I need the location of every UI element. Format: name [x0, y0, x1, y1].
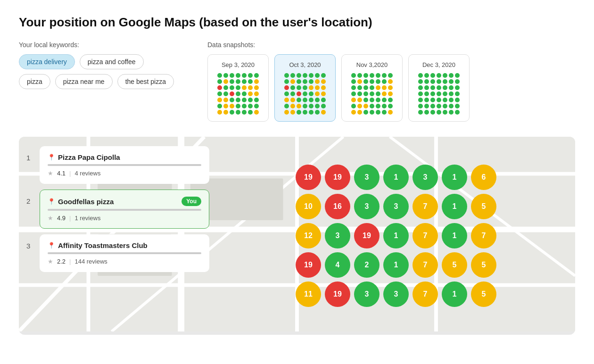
snapshot-dot [223, 110, 228, 115]
listing-card[interactable]: 📍Pizza Papa Cipolla★4.1|4 reviews [40, 146, 209, 184]
snapshot-dot [309, 73, 314, 78]
snapshot-dot [449, 110, 454, 115]
snapshot-dot [284, 98, 289, 102]
listing-name-row: 📍Pizza Papa Cipolla [48, 153, 201, 161]
snapshot-dot [449, 91, 454, 96]
snapshot-dot [315, 73, 320, 78]
grid-circle-2-0: 12 [296, 223, 321, 248]
main-content: 1📍Pizza Papa Cipolla★4.1|4 reviews2📍Good… [19, 137, 575, 335]
snapshot-dot [223, 85, 228, 90]
snapshot-dot [290, 85, 295, 90]
snapshot-dot [357, 110, 362, 115]
snapshot-dot [370, 110, 374, 115]
snapshot-dot [242, 91, 247, 96]
snapshot-dot [217, 85, 222, 90]
snapshot-dot [351, 85, 356, 90]
snapshot-dot [430, 79, 435, 84]
snapshot-dot [357, 104, 362, 108]
snapshot-dot [309, 104, 314, 108]
snapshot-dot [370, 91, 374, 96]
snapshot-dot [437, 98, 441, 102]
snapshot-dot [449, 73, 454, 78]
listing-reviews: 1 reviews [74, 215, 100, 222]
snapshot-card-oct-2020[interactable]: Oct 3, 2020 [274, 54, 336, 122]
snapshot-dot [242, 104, 247, 108]
pin-icon: 📍 [48, 154, 55, 161]
grid-circle-1-4: 7 [412, 194, 438, 219]
grid-circle-0-5: 1 [442, 165, 467, 190]
snapshot-dot [351, 79, 356, 84]
keyword-chip-the-best-pizza[interactable]: the best pizza [117, 74, 174, 89]
snapshot-dot [437, 91, 441, 96]
grid-circle-1-3: 3 [383, 194, 409, 219]
snapshot-dot [449, 85, 454, 90]
snapshot-dot [357, 91, 362, 96]
snapshot-card-nov-2020[interactable]: Nov 3,2020 [341, 54, 403, 122]
keyword-chip-pizza[interactable]: pizza [19, 74, 50, 89]
snapshot-dot [248, 85, 253, 90]
snapshot-dot [363, 79, 368, 84]
grid-circle-2-3: 1 [383, 223, 409, 248]
you-badge: You [182, 197, 201, 206]
listing-card[interactable]: 📍Affinity Toastmasters Club★2.2|144 revi… [40, 234, 209, 272]
snapshot-dot [437, 79, 441, 84]
grid-circle-4-3: 3 [383, 281, 409, 307]
snapshot-dot-grid [416, 73, 462, 115]
snapshot-dot [437, 85, 441, 90]
divider: | [69, 170, 71, 177]
snapshot-dot [254, 110, 259, 115]
snapshot-dot [242, 110, 247, 115]
snapshot-dot [236, 104, 240, 108]
grid-circle-4-6: 5 [471, 281, 496, 307]
listing-number: 3 [26, 234, 34, 272]
snapshot-card-sep-2020[interactable]: Sep 3, 2020 [207, 54, 269, 122]
snapshot-dot [418, 91, 423, 96]
snapshot-dot [309, 98, 314, 102]
listing-row: 3📍Affinity Toastmasters Club★2.2|144 rev… [26, 234, 209, 272]
snapshot-dot [430, 104, 435, 108]
listing-meta: ★2.2|144 reviews [48, 258, 201, 265]
snapshot-dot [321, 85, 326, 90]
listing-card[interactable]: 📍Goodfellas pizzaYou★4.9|1 reviews [40, 190, 209, 229]
snapshot-dot [248, 110, 253, 115]
snapshot-dot [455, 110, 460, 115]
snapshot-dot [230, 110, 234, 115]
snapshot-dot [309, 110, 314, 115]
snapshot-dot [230, 79, 234, 84]
snapshot-dot [388, 104, 393, 108]
snapshot-dot [315, 110, 320, 115]
snapshot-dot [290, 73, 295, 78]
snapshot-dot [248, 104, 253, 108]
snapshot-dot [418, 79, 423, 84]
snapshot-dot [284, 104, 289, 108]
keyword-chip-pizza-near-me[interactable]: pizza near me [55, 74, 113, 89]
snapshot-dot [321, 98, 326, 102]
keyword-chip-pizza-delivery[interactable]: pizza delivery [19, 54, 75, 69]
grid-circle-4-2: 3 [354, 281, 380, 307]
snapshot-dot [455, 104, 460, 108]
grid-circle-1-1: 16 [325, 194, 350, 219]
grid-circle-3-4: 7 [412, 252, 438, 278]
snapshot-dot [236, 110, 240, 115]
snapshot-dot [351, 98, 356, 102]
snapshot-dot [254, 91, 259, 96]
snapshot-dot [290, 104, 295, 108]
grid-circle-1-2: 3 [354, 194, 380, 219]
snapshot-dot [437, 73, 441, 78]
listing-number: 2 [26, 190, 34, 229]
snapshot-dot [217, 73, 222, 78]
snapshot-dot [230, 91, 234, 96]
listing-number: 1 [26, 146, 34, 184]
listing-row: 1📍Pizza Papa Cipolla★4.1|4 reviews [26, 146, 209, 184]
keyword-chip-pizza-and-coffee[interactable]: pizza and coffee [80, 54, 144, 69]
snapshot-dot [363, 98, 368, 102]
snapshot-dot [236, 98, 240, 102]
listing-name: Affinity Toastmasters Club [58, 241, 148, 249]
snapshot-dot [217, 98, 222, 102]
snapshot-dot [363, 110, 368, 115]
snapshot-card-dec-2020[interactable]: Dec 3, 2020 [408, 54, 470, 122]
circles-area: 1919313161016337151231917171942175511193… [217, 137, 575, 335]
snapshot-dot [254, 79, 259, 84]
snapshot-dot [230, 98, 234, 102]
snapshot-dot-grid [349, 73, 395, 115]
